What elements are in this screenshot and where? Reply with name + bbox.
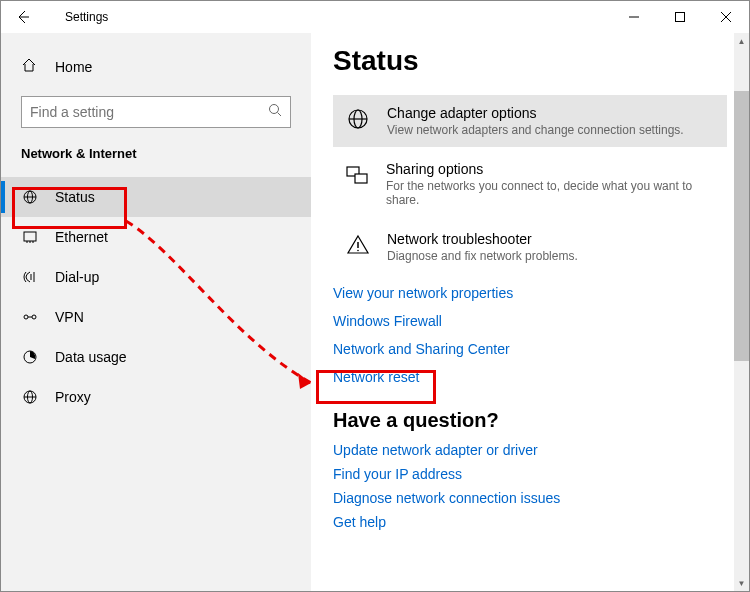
svg-point-14: [24, 315, 28, 319]
svg-rect-25: [355, 174, 367, 183]
option-desc: View network adapters and change connect…: [387, 123, 684, 137]
maximize-button[interactable]: [657, 1, 703, 33]
option-title: Network troubleshooter: [387, 231, 578, 247]
option-title: Sharing options: [386, 161, 717, 177]
svg-rect-10: [24, 232, 36, 241]
window-title: Settings: [65, 10, 108, 24]
sidebar-item-datausage[interactable]: Data usage: [1, 337, 311, 377]
maximize-icon: [675, 12, 685, 22]
option-troubleshooter[interactable]: Network troubleshooter Diagnose and fix …: [333, 221, 727, 273]
titlebar: Settings: [1, 1, 749, 33]
main-content: Status Change adapter options View netwo…: [311, 33, 749, 591]
search-input[interactable]: [30, 104, 268, 120]
link-get-help[interactable]: Get help: [333, 514, 727, 530]
sharing-icon: [343, 161, 372, 207]
link-network-reset[interactable]: Network reset: [333, 369, 727, 385]
search-box[interactable]: [21, 96, 291, 128]
link-diagnose-issues[interactable]: Diagnose network connection issues: [333, 490, 727, 506]
option-desc: For the networks you connect to, decide …: [386, 179, 717, 207]
home-icon: [21, 57, 39, 76]
sidebar-item-dialup[interactable]: Dial-up: [1, 257, 311, 297]
link-update-adapter[interactable]: Update network adapter or driver: [333, 442, 727, 458]
link-network-sharing-center[interactable]: Network and Sharing Center: [333, 341, 727, 357]
home-label: Home: [55, 59, 92, 75]
vpn-icon: [21, 309, 39, 325]
dialup-icon: [21, 269, 39, 285]
sidebar-item-label: Dial-up: [55, 269, 99, 285]
link-windows-firewall[interactable]: Windows Firewall: [333, 313, 727, 329]
scrollbar-track[interactable]: ▲ ▼: [734, 33, 749, 591]
option-title: Change adapter options: [387, 105, 684, 121]
svg-rect-2: [676, 13, 685, 22]
sidebar: Home Network & Internet Status Ethernet …: [1, 33, 311, 591]
svg-line-6: [278, 113, 282, 117]
sidebar-item-label: Status: [55, 189, 95, 205]
svg-point-27: [357, 250, 359, 252]
sidebar-item-label: VPN: [55, 309, 84, 325]
ethernet-icon: [21, 229, 39, 245]
option-desc: Diagnose and fix network problems.: [387, 249, 578, 263]
minimize-icon: [629, 12, 639, 22]
adapter-icon: [343, 105, 373, 137]
category-header: Network & Internet: [1, 146, 311, 167]
window-controls: [611, 1, 749, 33]
svg-point-5: [270, 105, 279, 114]
datausage-icon: [21, 349, 39, 365]
scrollbar-thumb[interactable]: [734, 91, 749, 361]
minimize-button[interactable]: [611, 1, 657, 33]
sidebar-item-status[interactable]: Status: [1, 177, 311, 217]
search-icon: [268, 103, 282, 121]
page-title: Status: [333, 45, 727, 77]
link-view-properties[interactable]: View your network properties: [333, 285, 727, 301]
status-icon: [21, 189, 39, 205]
option-sharing[interactable]: Sharing options For the networks you con…: [333, 151, 727, 217]
sidebar-item-vpn[interactable]: VPN: [1, 297, 311, 337]
sidebar-item-ethernet[interactable]: Ethernet: [1, 217, 311, 257]
sidebar-item-label: Ethernet: [55, 229, 108, 245]
troubleshoot-icon: [343, 231, 373, 263]
sidebar-item-proxy[interactable]: Proxy: [1, 377, 311, 417]
close-button[interactable]: [703, 1, 749, 33]
sidebar-item-label: Proxy: [55, 389, 91, 405]
option-change-adapter[interactable]: Change adapter options View network adap…: [333, 95, 727, 147]
back-button[interactable]: [9, 1, 37, 33]
sidebar-item-label: Data usage: [55, 349, 127, 365]
proxy-icon: [21, 389, 39, 405]
home-button[interactable]: Home: [1, 49, 311, 84]
link-find-ip[interactable]: Find your IP address: [333, 466, 727, 482]
scrollbar-down-arrow[interactable]: ▼: [734, 575, 749, 591]
svg-point-15: [32, 315, 36, 319]
scrollbar-up-arrow[interactable]: ▲: [734, 33, 749, 49]
close-icon: [721, 12, 731, 22]
back-arrow-icon: [15, 9, 31, 25]
question-heading: Have a question?: [333, 409, 727, 432]
